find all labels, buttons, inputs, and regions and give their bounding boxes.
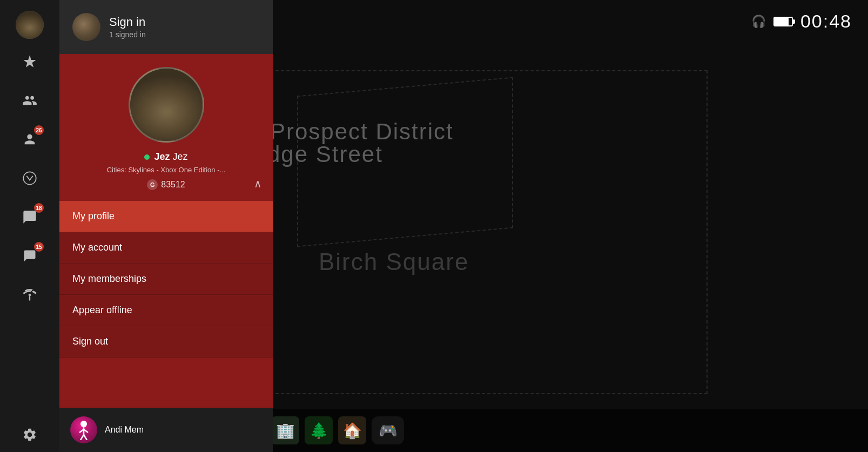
online-status-dot (144, 154, 150, 160)
gamerscore-value: 83512 (161, 180, 185, 190)
battery-icon (773, 17, 793, 26)
sidebar-icons-list: 26 18 15 (18, 50, 42, 447)
sidebar-icon-messages[interactable]: 18 (18, 205, 42, 229)
menu-item-sign-out[interactable]: Sign out (59, 326, 273, 357)
menu-item-my-memberships[interactable]: My memberships (59, 264, 273, 295)
svg-point-1 (80, 421, 87, 427)
user-status-row: Jez Jez (144, 151, 187, 163)
map-text-street: dge Street (267, 141, 383, 167)
username-bold: Jez (154, 151, 170, 162)
profile-header-avatar (72, 13, 100, 41)
gamerscore-icon: G (147, 179, 158, 190)
sidebar-icon-broadcast[interactable] (18, 283, 42, 307)
svg-point-0 (23, 172, 36, 184)
sidebar-icon-friends[interactable]: 26 (18, 127, 42, 151)
cat-avatar-image (130, 69, 203, 141)
clock-display: 00:48 (800, 11, 852, 32)
sidebar-icon-social[interactable] (18, 89, 42, 112)
profile-menu-list: My profile My account My memberships App… (59, 201, 273, 408)
secondary-account-name: Andi Mem (105, 425, 144, 435)
sidebar-icon-chat[interactable]: 15 (18, 244, 42, 268)
collapse-chevron-icon[interactable]: ∧ (254, 177, 262, 190)
profile-panel: Sign in 1 signed in Jez Jez Cities: Skyl… (59, 0, 273, 452)
profile-header-text: Sign in 1 signed in (109, 15, 146, 39)
menu-item-my-account[interactable]: My account (59, 232, 273, 264)
secondary-account-item[interactable]: Andi Mem (59, 408, 273, 452)
user-card: Jez Jez Cities: Skylines - Xbox One Edit… (59, 54, 273, 201)
game-bar-icon-residential[interactable]: 🏠 (338, 416, 366, 444)
headset-icon: 🎧 (751, 15, 766, 29)
sidebar: 26 18 15 (0, 0, 59, 452)
signed-in-count: 1 signed in (109, 30, 146, 39)
sidebar-user-avatar[interactable] (16, 11, 44, 39)
game-bar-icon-zones[interactable]: 🏢 (271, 416, 299, 444)
messages-badge: 18 (34, 203, 44, 213)
status-bar: 🎧 00:48 (751, 11, 852, 32)
map-text-birch: Birch Square (319, 248, 469, 275)
svg-line-6 (84, 435, 87, 440)
username-rest: Jez (170, 151, 188, 162)
menu-item-my-profile[interactable]: My profile (59, 201, 273, 232)
friends-badge: 26 (34, 125, 44, 135)
game-activity-text: Cities: Skylines - Xbox One Edition -... (107, 166, 226, 174)
secondary-account-avatar (70, 416, 97, 443)
sidebar-icon-xbox[interactable] (18, 166, 42, 190)
gamerscore-display: G 83512 (147, 179, 185, 190)
menu-item-appear-offline[interactable]: Appear offline (59, 295, 273, 326)
map-text-district: Prospect District (270, 119, 454, 145)
user-card-avatar (129, 67, 204, 143)
profile-panel-header: Sign in 1 signed in (59, 0, 273, 54)
username-display: Jez Jez (154, 151, 187, 163)
game-bar-icon-nature[interactable]: 🌲 (305, 416, 333, 444)
game-bar-icon-xbox-button[interactable]: 🎮 (372, 416, 404, 444)
sign-in-title: Sign in (109, 15, 146, 29)
sidebar-icon-settings[interactable] (18, 423, 42, 447)
chat-badge: 15 (34, 242, 44, 252)
svg-line-5 (80, 435, 84, 440)
sidebar-icon-achievements[interactable] (18, 50, 42, 73)
